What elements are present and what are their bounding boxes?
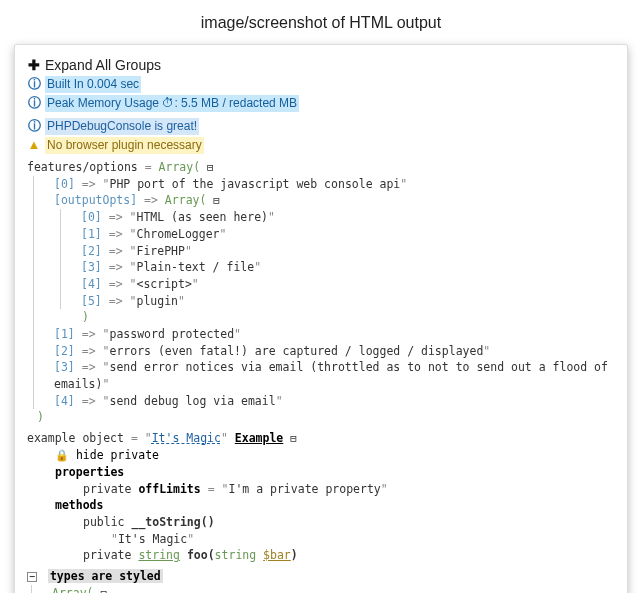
array-item: [0] => "PHP port of the javascript web c… (54, 176, 615, 193)
arg-name: $bar (263, 548, 291, 562)
warning-icon: ▲ (27, 136, 41, 155)
array-value: Plain-text / file (136, 260, 254, 274)
features-array: features/options = Array( ⊟ (27, 159, 615, 176)
page-heading: image/screenshot of HTML output (14, 14, 628, 32)
property-value: I'm a private property (228, 482, 380, 496)
lock-icon: 🔒 (55, 449, 69, 462)
array-value: send debug log via email (109, 394, 275, 408)
array-value: send error notices via email (throttled … (54, 360, 608, 391)
output-opts-body: [0] => "HTML (as seen here)"[1] => "Chro… (60, 209, 615, 309)
array-value: plugin (136, 294, 178, 308)
array-key: [4] (54, 394, 75, 408)
expand-all-label: Expand All Groups (45, 55, 161, 75)
array-key: [0] (81, 210, 102, 224)
array-key: [5] (81, 294, 102, 308)
fat-arrow: => (109, 227, 123, 241)
types-group[interactable]: − types are styled (27, 568, 615, 585)
built-in-text: Built In 0.004 sec (45, 76, 141, 93)
fat-arrow: => (109, 294, 123, 308)
expand-all-row[interactable]: ✚ Expand All Groups (27, 55, 615, 75)
array-item: [3] => "send error notices via email (th… (54, 359, 615, 392)
fat-arrow: => (82, 394, 96, 408)
peak-memory-value: 5.5 MB / redacted MB (181, 96, 297, 110)
array-key: [2] (54, 344, 75, 358)
array-item: [1] => "ChromeLogger" (81, 226, 615, 243)
hide-private-label: hide private (76, 448, 159, 462)
type-array: Array( (52, 586, 94, 593)
info-message: PHPDebugConsole is great! (45, 118, 199, 135)
fat-arrow: => (82, 344, 96, 358)
peak-memory-label: Peak Memory Usage (47, 96, 159, 110)
property-name: offLimits (138, 482, 200, 496)
plus-icon: ✚ (27, 55, 41, 75)
method-name: foo( (187, 548, 215, 562)
array-item: [4] => "<script>" (81, 276, 615, 293)
info-icon: ⓘ (27, 94, 41, 113)
fat-arrow: => (82, 327, 96, 341)
array-key: [4] (81, 277, 102, 291)
fat-arrow: => (109, 244, 123, 258)
close-paren: ) (54, 309, 615, 326)
features-body: [0] => "PHP port of the javascript web c… (33, 176, 615, 410)
types-body: Array( ⊟ [string] => "<em>Strings</em><b… (31, 585, 615, 593)
array-key: [0] (54, 177, 75, 191)
warning-message: No browser plugin necessary (45, 137, 204, 154)
collapse-toggle[interactable]: ⊟ (207, 161, 214, 174)
info-icon: ⓘ (27, 75, 41, 94)
array-key: [outputOpts] (54, 193, 137, 207)
array-item: [1] => "password protected" (54, 326, 615, 343)
fat-arrow: => (144, 193, 158, 207)
methods-heading: methods (55, 498, 103, 512)
method-name: __toString() (131, 515, 214, 529)
var-name: example object (27, 431, 124, 445)
array-value: FirePHP (136, 244, 184, 258)
group-title: types are styled (48, 569, 163, 583)
peak-memory-text: Peak Memory Usage ⏱: 5.5 MB / redacted M… (45, 95, 299, 112)
properties-heading: properties (55, 465, 124, 479)
array-item: [3] => "Plain-text / file" (81, 259, 615, 276)
visibility: private (83, 482, 131, 496)
type-array: Array( (165, 193, 207, 207)
fat-arrow: => (82, 360, 96, 374)
array-item: [2] => "FirePHP" (81, 243, 615, 260)
array-value: HTML (as seen here) (136, 210, 268, 224)
assign-arrow: = (131, 431, 138, 445)
hide-private-row[interactable]: 🔒 hide private (55, 447, 615, 464)
output-opts-row: [outputOpts] => Array( ⊟ (54, 192, 615, 209)
method-return: It's Magic (118, 532, 187, 546)
collapse-toggle[interactable]: ⊟ (290, 432, 297, 445)
fat-arrow: => (109, 260, 123, 274)
info-icon: ⓘ (27, 117, 41, 136)
warning-row: ▲ No browser plugin necessary (27, 136, 615, 155)
close-paren: ) (27, 409, 615, 426)
array-key: [2] (81, 244, 102, 258)
peak-memory-row: ⓘ Peak Memory Usage ⏱: 5.5 MB / redacted… (27, 94, 615, 113)
collapse-toggle[interactable]: − (27, 572, 37, 582)
array-item: [5] => "plugin" (81, 293, 615, 310)
built-in-row: ⓘ Built In 0.004 sec (27, 75, 615, 94)
arg-type: string (215, 548, 257, 562)
tostring-value[interactable]: It's Magic (152, 431, 221, 445)
fat-arrow: => (109, 277, 123, 291)
assign-arrow: = (145, 160, 152, 174)
example-object: example object = "It's Magic" Example ⊟ (27, 430, 615, 447)
array-value: errors (even fatal!) are captured / logg… (109, 344, 483, 358)
fat-arrow: => (109, 210, 123, 224)
array-key: [1] (81, 227, 102, 241)
array-value: <script> (136, 277, 191, 291)
array-item: [4] => "send debug log via email" (54, 393, 615, 410)
debug-console: ✚ Expand All Groups ⓘ Built In 0.004 sec… (14, 44, 628, 593)
collapse-toggle[interactable]: ⊟ (213, 194, 220, 207)
clock-icon: ⏱ (162, 96, 174, 110)
array-item: [2] => "errors (even fatal!) are capture… (54, 343, 615, 360)
class-name: Example (235, 431, 283, 445)
collapse-toggle[interactable]: ⊟ (100, 587, 107, 593)
type-array: Array( (159, 160, 201, 174)
array-key: [3] (81, 260, 102, 274)
visibility: public (83, 515, 125, 529)
array-value: PHP port of the javascript web console a… (109, 177, 400, 191)
array-value: password protected (109, 327, 234, 341)
var-name: features/options (27, 160, 138, 174)
example-body: 🔒 hide private properties private offLim… (27, 447, 615, 564)
array-key: [3] (54, 360, 75, 374)
